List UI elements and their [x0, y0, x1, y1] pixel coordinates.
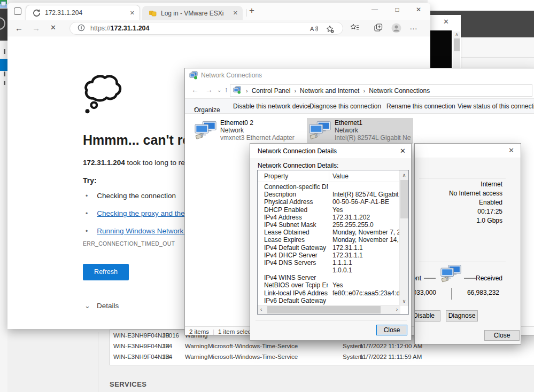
event-computer: WIN-E3NH9F04NJR	[113, 332, 169, 339]
adapter-network: Network	[220, 127, 303, 134]
detail-row[interactable]: Physical Address00-50-56-AF-A1-BE	[258, 198, 399, 206]
site-info-icon[interactable]	[78, 24, 85, 33]
detail-row[interactable]: IPv4 Address172.31.1.202	[258, 214, 399, 221]
profile-avatar[interactable]	[391, 23, 401, 33]
list-label: Network Connection Details:	[258, 162, 338, 169]
detail-row[interactable]: NetBIOS over Tcpip En...Yes	[258, 281, 399, 289]
forward-button: →	[32, 23, 40, 33]
detail-row[interactable]: Lease ObtainedMonday, November 7, 2022 6…	[258, 229, 399, 236]
tab-title: 172.31.1.204	[45, 9, 125, 17]
rename-connection-command[interactable]: Rename this connection	[386, 103, 455, 110]
adapter-ethernet0-2[interactable]: Ethernet0 2 Network vmxnet3 Ethernet Ada…	[192, 118, 305, 144]
caret-down-icon: ▾	[194, 106, 196, 111]
scrollbar-thumb[interactable]	[400, 180, 408, 218]
divider	[329, 171, 329, 181]
detail-row[interactable]: Connection-specific DN...	[258, 183, 399, 191]
detail-row[interactable]: IPv6 Default Gateway	[258, 297, 399, 304]
maximize-button[interactable]: □	[392, 6, 402, 13]
tab-close-icon[interactable]: ✕	[130, 10, 135, 17]
list-header: Property Value	[258, 170, 399, 182]
detail-row[interactable]: IPv4 DNS Servers1.1.1.1	[258, 259, 399, 266]
split-screen-icon[interactable]	[374, 23, 383, 34]
horizontal-scrollbar[interactable]: ‹ ›	[258, 305, 400, 314]
close-button[interactable]: Close	[484, 330, 520, 341]
settings-menu-icon[interactable]: …	[409, 22, 418, 31]
breadcrumb-network-and-internet[interactable]: Network and Internet	[300, 87, 359, 95]
diagnose-connection-command[interactable]: Diagnose this connection	[309, 103, 381, 110]
address-bar[interactable]: https:// 172.31.1.204 A	[69, 22, 343, 35]
bullet-icon: •	[86, 192, 88, 200]
left-nav-selected-item[interactable]	[0, 59, 7, 71]
detail-row[interactable]: IPv4 WINS Server	[258, 274, 399, 281]
stop-button[interactable]: ✕	[50, 23, 56, 32]
scrollbar-thumb[interactable]	[267, 306, 381, 313]
recent-locations-icon[interactable]: ⌄	[217, 87, 221, 93]
adapter-network: Network	[335, 127, 411, 134]
detail-row[interactable]: IPv4 DHCP Server172.31.1.1	[258, 252, 399, 259]
up-icon[interactable]: ↑	[225, 85, 228, 93]
property-column-header[interactable]: Property	[264, 173, 288, 180]
disable-device-command[interactable]: Disable this network device	[233, 103, 311, 110]
detail-row[interactable]: DescriptionIntel(R) 82574L Gigabit Netwo…	[258, 191, 399, 198]
divider	[256, 320, 407, 320]
network-connections-icon	[189, 71, 198, 82]
value-cell: 1.1.1.1	[332, 259, 399, 266]
close-icon[interactable]: ✕	[443, 18, 449, 26]
scroll-down-icon[interactable]: ∨	[400, 299, 408, 304]
breadcrumb-network-connections[interactable]: Network Connections	[369, 87, 430, 95]
scroll-up-icon[interactable]: ∧	[400, 173, 408, 178]
event-time: 11/7/2022 11:11:59 AM	[360, 354, 422, 360]
back-icon[interactable]: ←	[191, 85, 199, 94]
chevron-right-icon: ›	[363, 88, 365, 94]
scrollbar[interactable]: ∧	[453, 32, 460, 68]
read-aloud-icon[interactable]: A	[309, 25, 318, 34]
breadcrumb[interactable]: › Control Panel › Network and Internet ›…	[230, 84, 532, 97]
event-source: Microsoft-Windows-Time-Service	[208, 343, 298, 349]
close-icon[interactable]: ✕	[508, 146, 514, 154]
tab-actions-icon[interactable]	[14, 7, 21, 15]
divider	[460, 57, 534, 58]
back-button[interactable]: ←	[15, 23, 23, 33]
adapter-ethernet1[interactable]: Ethernet1 Network Intel(R) 82574L Gigabi…	[307, 118, 413, 144]
view-status-command[interactable]: View status of this connection	[458, 103, 534, 110]
close-button[interactable]: Close	[376, 325, 407, 335]
close-button[interactable]: ✕	[414, 6, 423, 13]
tab-vmware-esxi[interactable]: Log in - VMware ESXi ✕	[142, 6, 243, 20]
scroll-left-icon[interactable]: ‹	[260, 307, 262, 312]
diagnose-button[interactable]: Diagnose	[446, 310, 478, 322]
details-toggle[interactable]: ⌄Details	[84, 302, 119, 310]
suggestion-text: Checking the connection	[97, 192, 176, 200]
taskbar-app-icon[interactable]	[0, 0, 7, 8]
collections-icon[interactable]	[350, 23, 359, 34]
detail-row[interactable]: Lease ExpiresMonday, November 14, 2022 6…	[258, 236, 399, 244]
services-heading: SERVICES	[110, 380, 147, 388]
disable-button[interactable]: Disable	[414, 310, 440, 322]
refresh-button[interactable]: Refresh	[83, 264, 129, 280]
tab-close-icon[interactable]: ✕	[233, 10, 238, 17]
scroll-up-icon[interactable]: ∧	[453, 32, 460, 37]
disable-label: Disable	[414, 312, 435, 319]
detail-row[interactable]: DHCP EnabledYes	[258, 206, 399, 214]
chevron-right-icon: ›	[294, 88, 296, 94]
scroll-right-icon[interactable]: ›	[396, 307, 398, 312]
left-nav-icon	[4, 49, 5, 54]
detail-row[interactable]: IPv4 Subnet Mask255.255.255.0	[258, 221, 399, 229]
detail-row[interactable]: IPv4 Default Gateway172.31.1.1	[258, 244, 399, 252]
bullet-icon: •	[86, 228, 88, 235]
value-column-header[interactable]: Value	[332, 173, 349, 180]
value-cell: Yes	[332, 281, 399, 289]
minimize-button[interactable]: —	[370, 6, 380, 13]
organize-label: Organize	[194, 106, 220, 114]
vertical-scrollbar[interactable]: ∧ ∨	[399, 170, 408, 306]
detail-row[interactable]: Link-local IPv6 Addressfe80::e07c:aaa5:2…	[258, 289, 399, 297]
scrollbar-thumb[interactable]	[454, 38, 460, 51]
add-favorite-icon[interactable]	[326, 25, 334, 35]
new-tab-button[interactable]: +	[249, 5, 254, 16]
tab-error-page[interactable]: 172.31.1.204 ✕	[26, 5, 140, 20]
property-cell: Physical Address	[264, 198, 328, 206]
details-label: Details	[97, 302, 119, 310]
chevron-right-icon: ›	[246, 88, 248, 94]
close-icon[interactable]: ✕	[400, 147, 406, 155]
detail-row[interactable]: 1.0.0.1	[258, 266, 399, 274]
breadcrumb-control-panel[interactable]: Control Panel	[252, 87, 291, 95]
